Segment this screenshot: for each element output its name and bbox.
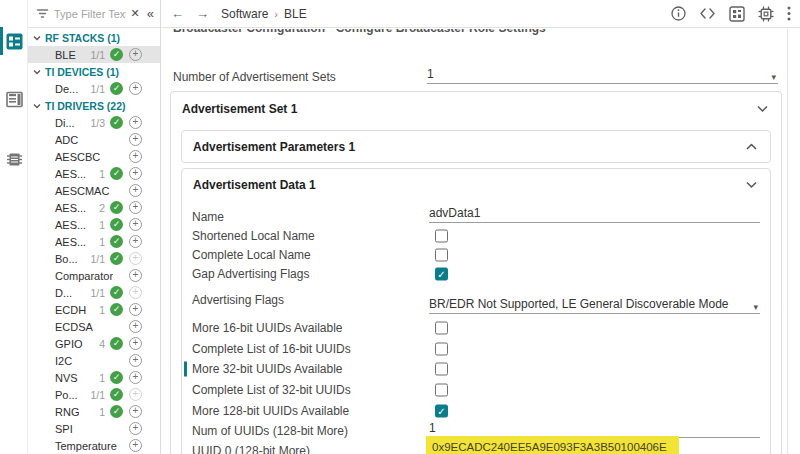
add-module-button[interactable]: + (129, 133, 142, 146)
info-icon[interactable] (671, 6, 686, 21)
form-row: More 16-bit UUIDs Available (182, 317, 770, 338)
tree-category[interactable]: RF STACKS (1) (28, 29, 160, 46)
forward-button[interactable]: → (196, 6, 209, 21)
add-module-button[interactable]: + (129, 354, 142, 367)
code-view-icon[interactable] (699, 7, 716, 20)
checkbox[interactable] (435, 363, 448, 376)
checkbox[interactable] (435, 321, 448, 334)
tree-item[interactable]: De... 1/1 ✓ + (28, 80, 160, 97)
add-module-button[interactable]: + (129, 150, 142, 163)
checkbox[interactable] (435, 248, 448, 261)
more-menu-icon[interactable] (787, 6, 791, 21)
nav-board-view[interactable] (0, 87, 28, 111)
num-adv-sets-select[interactable]: 1 ▾ (427, 65, 778, 84)
checkbox[interactable]: ✓ (435, 404, 448, 417)
checkbox[interactable]: ✓ (435, 267, 448, 280)
add-module-button[interactable]: + (129, 201, 142, 214)
tree-item[interactable]: AES... 1 ✓ + (28, 216, 160, 233)
device-view-icon[interactable] (758, 6, 774, 22)
chevron-down-icon[interactable] (757, 106, 768, 113)
tree-item[interactable]: NVS 1 ✓ + (28, 369, 160, 386)
add-module-button[interactable]: + (129, 269, 142, 282)
add-module-button[interactable]: + (129, 48, 142, 61)
nav-device-view[interactable] (0, 147, 28, 171)
main-panel: ← → Software › BLE (161, 0, 800, 454)
add-module-button[interactable]: + (129, 235, 142, 248)
field-value-area[interactable]: 0x9ECADC240EE5A9E093F3A3B50100406E (429, 442, 760, 454)
add-module-button[interactable]: + (129, 388, 142, 401)
breadcrumb-item-software[interactable]: Software (221, 7, 268, 21)
filter-input[interactable]: Type Filter Text (54, 8, 126, 20)
tree-item[interactable]: ECDSA + (28, 318, 160, 335)
checkbox[interactable] (435, 229, 448, 242)
adv-params-header[interactable]: Advertisement Parameters 1 (182, 131, 770, 163)
add-module-button[interactable]: + (129, 218, 142, 231)
tree-item[interactable]: AES... 2 ✓ + (28, 199, 160, 216)
add-module-button[interactable]: + (129, 184, 142, 197)
add-module-button[interactable]: + (129, 337, 142, 350)
scrollbar-track[interactable] (787, 29, 800, 454)
field-value-area: ✓ (429, 264, 760, 283)
tree-item[interactable]: RNG 1 ✓ + (28, 403, 160, 420)
field-value-area[interactable]: BR/EDR Not Supported, LE General Discove… (429, 295, 760, 314)
field-label: Complete Local Name (192, 248, 311, 262)
add-module-button[interactable]: + (129, 167, 142, 180)
tree-item[interactable]: Di... 1/3 ✓ + (28, 114, 160, 131)
back-button[interactable]: ← (171, 6, 184, 21)
field-label: Number of Advertisement Sets (173, 70, 336, 84)
chevron-down-icon[interactable] (746, 182, 757, 189)
add-module-button[interactable]: + (129, 303, 142, 316)
tree-item[interactable]: AESCBC + (28, 148, 160, 165)
tree-item[interactable]: BLE 1/1 ✓ + (28, 46, 160, 63)
tree-item[interactable]: I2C + (28, 352, 160, 369)
board-icon (6, 91, 23, 108)
field-label: More 32-bit UUIDs Available (192, 362, 343, 376)
tree-item[interactable]: ADC + (28, 131, 160, 148)
add-module-button[interactable]: + (129, 371, 142, 384)
field-value-area[interactable]: advData1 (429, 207, 760, 223)
advertisement-data-card: Advertisement Data 1 Name advData1 Short… (181, 168, 771, 454)
add-module-button[interactable]: + (129, 116, 142, 129)
board-view-icon[interactable] (729, 6, 745, 22)
collapse-panel-button[interactable]: « (147, 6, 154, 21)
tree-item[interactable]: AES... 1 ✓ + (28, 165, 160, 182)
add-module-button[interactable]: + (129, 252, 142, 265)
checkbox[interactable] (435, 342, 448, 355)
field-label: More 16-bit UUIDs Available (192, 321, 343, 335)
tree-item[interactable]: SPI + (28, 420, 160, 437)
tree-item[interactable]: ECDH 1 ✓ + (28, 301, 160, 318)
add-module-button[interactable]: + (129, 405, 142, 418)
add-module-button[interactable]: + (129, 82, 142, 95)
checkbox[interactable] (435, 383, 448, 396)
add-module-button[interactable]: + (129, 439, 142, 452)
field-value-area (429, 226, 760, 245)
form-row: Complete List of 32-bit UUIDs (182, 379, 770, 400)
tree-item-label: D... (55, 287, 72, 299)
tree-item[interactable]: Temperature + (28, 437, 160, 454)
tree-item[interactable]: GPIO 4 ✓ + (28, 335, 160, 352)
tree-item[interactable]: AES... 1 ✓ + (28, 233, 160, 250)
field-value-area: ✓ (429, 400, 760, 421)
add-module-button[interactable]: + (129, 320, 142, 333)
clear-filter-button[interactable]: ✕ (131, 7, 140, 20)
adv-set-header[interactable]: Advertisement Set 1 (171, 92, 781, 126)
tree-item-count: 1 (99, 372, 105, 384)
tree-category[interactable]: TI DEVICES (1) (28, 63, 160, 80)
advertisement-params-card: Advertisement Parameters 1 (181, 130, 771, 163)
tree-item[interactable]: Bo... 1/1 ✓ + (28, 250, 160, 267)
check-circle-icon: ✓ (110, 286, 123, 299)
adv-data-header[interactable]: Advertisement Data 1 (182, 169, 770, 201)
tree-item[interactable]: D... 1/1 ✓ + (28, 284, 160, 301)
breadcrumb-separator: › (274, 8, 278, 20)
tree-item[interactable]: Po... 1/1 ✓ + (28, 386, 160, 403)
tree-item[interactable]: Comparator + (28, 267, 160, 284)
chevron-up-icon[interactable] (746, 144, 757, 151)
dropdown-caret-icon: ▾ (771, 72, 776, 82)
tree-category[interactable]: TI DRIVERS (22) (28, 97, 160, 114)
nav-configuration-view[interactable] (0, 29, 28, 53)
select-value: 1 (427, 67, 434, 81)
breadcrumb-item-ble[interactable]: BLE (284, 7, 307, 21)
add-module-button[interactable]: + (129, 286, 142, 299)
add-module-button[interactable]: + (129, 422, 142, 435)
tree-item[interactable]: AESCMAC + (28, 182, 160, 199)
